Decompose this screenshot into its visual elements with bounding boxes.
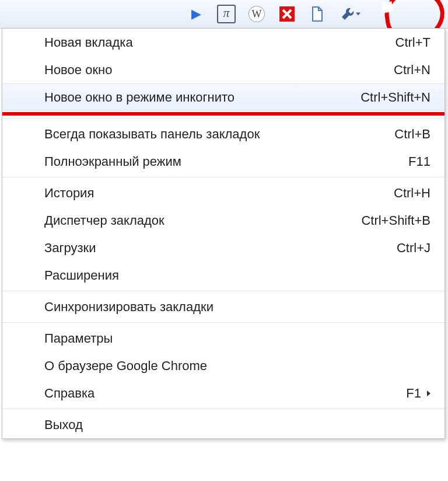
menu-item[interactable]: ИсторияCtrl+H bbox=[2, 179, 444, 207]
menu-item-label: Загрузки bbox=[44, 240, 397, 256]
menu-item[interactable]: Расширения bbox=[2, 262, 444, 289]
menu-item[interactable]: Всегда показывать панель закладокCtrl+B bbox=[2, 120, 444, 148]
menu-item-label: Полноэкранный режим bbox=[44, 154, 408, 169]
menu-item-shortcut: F1 bbox=[406, 386, 421, 401]
menu-item-label: Новое окно bbox=[44, 62, 394, 78]
menu-item-shortcut: Ctrl+T bbox=[396, 35, 431, 50]
menu-separator bbox=[2, 177, 444, 177]
menu-item-shortcut: Ctrl+J bbox=[397, 240, 430, 256]
menu-item-shortcut: Ctrl+Shift+B bbox=[361, 213, 430, 228]
close-x-button[interactable] bbox=[272, 0, 302, 28]
new-page-button[interactable] bbox=[302, 0, 332, 28]
toolbar: ▶ π W bbox=[0, 0, 448, 29]
menu-item-shortcut: Ctrl+B bbox=[394, 127, 430, 142]
pi-icon: π bbox=[217, 5, 236, 23]
new-page-icon bbox=[309, 6, 326, 22]
menu-item-label: Всегда показывать панель закладок bbox=[44, 127, 394, 142]
menu-separator bbox=[2, 409, 444, 409]
menu-item-shortcut: Ctrl+N bbox=[394, 62, 430, 78]
red-x-icon bbox=[279, 6, 295, 22]
menu-item-label: Выход bbox=[44, 417, 430, 433]
wrench-icon bbox=[340, 6, 356, 22]
menu-item[interactable]: О браузере Google Chrome bbox=[2, 352, 444, 379]
menu-separator bbox=[2, 118, 444, 118]
menu-item[interactable]: Новое окно в режиме инкогнитоCtrl+Shift+… bbox=[2, 83, 444, 111]
menu-item[interactable]: Новое окноCtrl+N bbox=[2, 56, 444, 83]
menu-item[interactable]: Диспетчер закладокCtrl+Shift+B bbox=[2, 207, 444, 234]
menu-item-label: Синхронизировать закладки bbox=[44, 299, 430, 315]
menu-item[interactable]: СправкаF1 bbox=[2, 379, 444, 407]
settings-menu: Новая вкладкаCtrl+TНовое окноCtrl+NНовое… bbox=[2, 28, 445, 439]
settings-wrench-button[interactable] bbox=[332, 0, 363, 28]
menu-item[interactable]: Синхронизировать закладки bbox=[2, 293, 444, 320]
menu-item[interactable]: Полноэкранный режимF11 bbox=[2, 148, 444, 175]
play-icon: ▶ bbox=[188, 6, 204, 22]
menu-item-label: Новая вкладка bbox=[44, 35, 396, 50]
menu-item[interactable]: Новая вкладкаCtrl+T bbox=[2, 29, 444, 56]
play-button[interactable]: ▶ bbox=[181, 0, 211, 28]
menu-item[interactable]: Параметры bbox=[2, 325, 444, 352]
menu-item-label: О браузере Google Chrome bbox=[44, 358, 430, 374]
wikipedia-icon: W bbox=[249, 6, 265, 22]
dropdown-arrow-icon bbox=[356, 13, 360, 16]
annotation-underline bbox=[2, 112, 444, 116]
menu-item-label: Диспетчер закладок bbox=[44, 213, 361, 228]
menu-item-label: Новое окно в режиме инкогнито bbox=[44, 90, 360, 105]
toolbar-spacer bbox=[0, 0, 181, 28]
pi-extension-button[interactable]: π bbox=[211, 0, 242, 28]
wikipedia-extension-button[interactable]: W bbox=[242, 0, 272, 28]
menu-item-label: Справка bbox=[44, 386, 406, 401]
menu-item-label: Параметры bbox=[44, 331, 430, 346]
menu-item[interactable]: ЗагрузкиCtrl+J bbox=[2, 234, 444, 262]
menu-separator bbox=[2, 291, 444, 291]
menu-item-label: История bbox=[44, 186, 394, 201]
menu-separator bbox=[2, 322, 444, 323]
menu-item-shortcut: Ctrl+Shift+N bbox=[360, 90, 430, 105]
menu-item-shortcut: Ctrl+H bbox=[394, 186, 430, 201]
menu-item-shortcut: F11 bbox=[408, 154, 430, 169]
menu-item-label: Расширения bbox=[44, 268, 430, 283]
menu-item[interactable]: Выход bbox=[2, 411, 444, 438]
